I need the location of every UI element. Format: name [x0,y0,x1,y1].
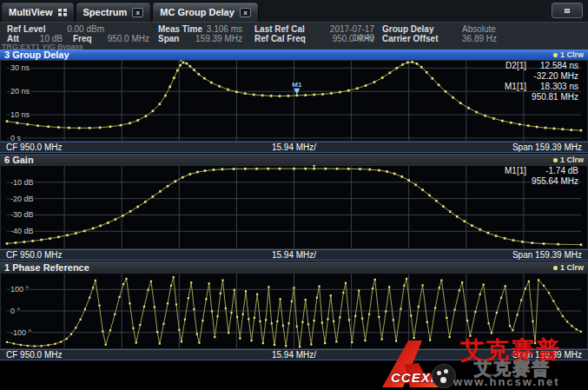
group-delay-mode-label: Group Delay [382,25,452,34]
phase-reference-graph[interactable]: 100 °0 °-100 ° [0,273,588,349]
marker-readout-row: 955.64 MHz [466,176,578,187]
svg-text:0 °: 0 ° [10,307,21,315]
panel-title: 3 Group Delay [4,50,69,60]
svg-text:-100 °: -100 ° [10,328,32,337]
marker-readout-row: M1[1]-1.74 dB [466,166,578,176]
gain-axis-bar: CF 950.0 MHz 15.94 MHz/ Span 159.39 MHz [0,249,588,261]
phase-axis-bar: CF 950.0 MHz 15.94 MHz/ Span 159.39 MHz [0,349,588,360]
trace-legend-label: 1 Clrw [560,50,584,60]
marker-readout-table: D2[1]12.584 ns-32.20 MHzM1[1]18.303 ns95… [466,61,578,102]
per-division: 15.94 MHz/ [0,250,588,260]
last-ref-cal-label: Last Ref Cal [254,25,312,34]
trace-legend-label: 1 Clrw [560,155,584,165]
svg-text:30 ns: 30 ns [10,63,30,72]
trace-color-icon [553,266,558,270]
ref-cal-freq-label: Ref Cal Freq [254,35,312,43]
tab-mc-group-delay[interactable]: MC Group Delay x [152,2,259,22]
panel-titlebar-gain[interactable]: 6 Gain 1 Clrw [0,154,588,165]
tab-bar: MultiView Spectrum x MC Group Delay x [0,0,588,22]
close-icon[interactable]: x [240,8,251,17]
marker-readout-row: M1[1]18.303 ns [466,82,578,92]
analyzer-screen: MultiView Spectrum x MC Group Delay x Re… [0,0,588,390]
panel-titlebar-phase-reference[interactable]: 1 Phase Reference 1 Clrw [0,261,588,273]
group-delay-mode-value: Absolute [452,25,521,34]
trace-legend: 1 Clrw [553,263,584,273]
gain-graph[interactable]: -10 dB-20 dB-30 dB-40 dBM1 M1[1]-1.74 dB… [0,165,588,249]
svg-text:-20 dB: -20 dB [10,195,34,203]
carrier-offset-label: Carrier Offset [382,35,452,43]
trace-legend-label: 1 Clrw [560,263,584,273]
trace-legend: 1 Clrw [553,50,584,60]
trace-legend: 1 Clrw [553,155,584,165]
meas-time-value: 3.106 ms [203,25,242,34]
ref-level-label: Ref Level [7,25,57,34]
svg-text:100 °: 100 ° [10,285,30,294]
svg-text:10 ns: 10 ns [10,110,30,119]
trace-color-icon [553,53,558,57]
phase-reference-chart: 100 °0 °-100 ° [0,273,588,349]
tab-spectrum-label: Spectrum [83,7,128,17]
last-ref-cal-value: 2017-07-17 14:40 [312,25,374,34]
new-channel-button[interactable] [552,3,583,18]
panel-titlebar-group-delay[interactable]: 3 Group Delay 1 Clrw [0,50,588,60]
svg-text:M1: M1 [292,81,302,89]
group-delay-graph[interactable]: 30 ns20 ns10 ns0 sD2M1 D2[1]12.584 ns-32… [0,60,588,142]
window-icon [565,9,570,13]
meas-time-label: Meas Time [158,25,203,34]
tab-spectrum[interactable]: Spectrum x [76,2,152,22]
tab-multiview-label: MultiView [9,7,53,17]
panel-group-delay: 3 Group Delay 1 Clrw 30 ns20 ns10 ns0 sD… [0,50,588,153]
carrier-offset-value: 36.89 Hz [452,35,521,43]
ref-level-value: 0.00 dBm [57,25,104,34]
channel-settings-header[interactable]: Ref Level 0.00 dBm Att 10 dB Freq 950.0 … [0,22,588,50]
freq-value: 950.0 MHz [101,35,149,43]
svg-text:-10 dB: -10 dB [10,178,34,187]
marker-readout-row: -32.20 MHz [466,71,578,82]
grid-icon [58,9,67,17]
tab-mc-group-delay-label: MC Group Delay [160,7,235,17]
svg-text:0 s: 0 s [10,134,22,142]
trace-color-icon [553,158,558,162]
ref-cal-freq-value: 950.0 MHz [312,35,374,43]
svg-text:20 ns: 20 ns [10,87,30,96]
svg-text:-30 dB: -30 dB [10,210,34,219]
bottom-black-strip [0,360,588,390]
per-division: 15.94 MHz/ [0,142,588,152]
panel-gain: 6 Gain 1 Clrw -10 dB-20 dB-30 dB-40 dBM1… [0,154,588,261]
panel-title: 1 Phase Reference [4,263,89,273]
marker-readout-table: M1[1]-1.74 dB955.64 MHz [466,166,578,187]
marker-readout-row: 950.81 MHz [466,92,578,102]
close-icon[interactable]: x [132,8,143,17]
group-delay-axis-bar: CF 950.0 MHz 15.94 MHz/ Span 159.39 MHz [0,142,588,153]
panel-title: 6 Gain [4,155,34,165]
svg-text:-40 dB: -40 dB [10,227,34,235]
tab-multiview[interactable]: MultiView [1,2,75,22]
panel-phase-reference: 1 Phase Reference 1 Clrw 100 °0 °-100 ° … [0,261,588,360]
per-division: 15.94 MHz/ [0,350,588,360]
span-label: Span [158,35,184,43]
marker-readout-row: D2[1]12.584 ns [466,61,578,71]
span-value: 159.39 MHz [184,35,242,43]
